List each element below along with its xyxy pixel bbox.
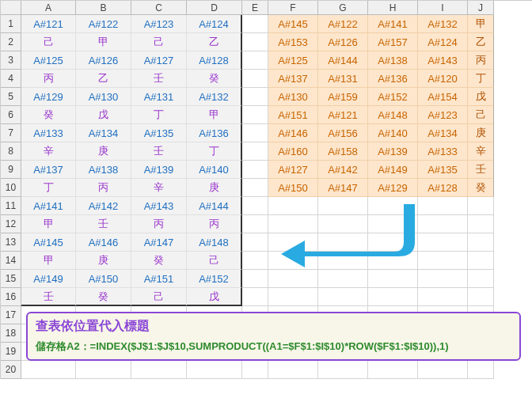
cell-J14[interactable] — [468, 252, 494, 270]
cell-C2[interactable]: 己 — [131, 33, 187, 51]
cell-I12[interactable] — [418, 215, 468, 233]
cell-I9[interactable]: A#135 — [418, 161, 468, 179]
cell-A13[interactable]: A#145 — [21, 233, 76, 252]
col-header-E[interactable]: E — [242, 1, 268, 15]
cell-C6[interactable]: 丁 — [131, 106, 187, 124]
cell-C14[interactable]: 癸 — [131, 252, 187, 270]
cell-J6[interactable]: 己 — [468, 106, 494, 124]
cell-F9[interactable]: A#127 — [268, 161, 318, 179]
row-header-1[interactable]: 1 — [1, 15, 21, 33]
cell-H4[interactable]: A#136 — [368, 70, 418, 88]
cell-G13[interactable] — [318, 233, 368, 252]
corner-cell[interactable] — [1, 1, 21, 15]
cell-F12[interactable] — [268, 215, 318, 233]
cell-H12[interactable] — [368, 215, 418, 233]
cell-A15[interactable]: A#149 — [21, 270, 76, 288]
cell-G5[interactable]: A#159 — [318, 88, 368, 106]
cell-E6[interactable] — [242, 106, 268, 124]
cell-C16[interactable]: 己 — [131, 288, 187, 306]
cell-C4[interactable]: 壬 — [131, 70, 187, 88]
row-header-4[interactable]: 4 — [1, 70, 21, 88]
cell-D2[interactable]: 乙 — [187, 33, 242, 51]
cell-H3[interactable]: A#138 — [368, 51, 418, 70]
cell-G14[interactable] — [318, 252, 368, 270]
cell-I1[interactable]: A#132 — [418, 15, 468, 33]
row-header-14[interactable]: 14 — [1, 252, 21, 270]
cell-B8[interactable]: 庚 — [76, 142, 131, 161]
cell-A8[interactable]: 辛 — [21, 142, 76, 161]
cell-J16[interactable] — [468, 288, 494, 306]
cell-C9[interactable]: A#139 — [131, 161, 187, 179]
cell-D14[interactable]: 己 — [187, 252, 242, 270]
cell-F8[interactable]: A#160 — [268, 142, 318, 161]
cell-C13[interactable]: A#147 — [131, 233, 187, 252]
row-header-7[interactable]: 7 — [1, 124, 21, 142]
cell-A4[interactable]: 丙 — [21, 70, 76, 88]
cell-I2[interactable]: A#124 — [418, 33, 468, 51]
row-header-15[interactable]: 15 — [1, 270, 21, 288]
cell-B4[interactable]: 乙 — [76, 70, 131, 88]
cell-J20[interactable] — [468, 361, 494, 379]
cell-B11[interactable]: A#142 — [76, 197, 131, 215]
col-header-H[interactable]: H — [368, 1, 418, 15]
cell-C15[interactable]: A#151 — [131, 270, 187, 288]
cell-B14[interactable]: 庚 — [76, 252, 131, 270]
cell-E1[interactable] — [242, 15, 268, 33]
cell-D16[interactable]: 戊 — [187, 288, 242, 306]
cell-A11[interactable]: A#141 — [21, 197, 76, 215]
cell-D15[interactable]: A#152 — [187, 270, 242, 288]
row-header-12[interactable]: 12 — [1, 215, 21, 233]
cell-J15[interactable] — [468, 270, 494, 288]
cell-H13[interactable] — [368, 233, 418, 252]
cell-F13[interactable] — [268, 233, 318, 252]
cell-E8[interactable] — [242, 142, 268, 161]
cell-D1[interactable]: A#124 — [187, 15, 242, 33]
cell-D7[interactable]: A#136 — [187, 124, 242, 142]
cell-G16[interactable] — [318, 288, 368, 306]
cell-J8[interactable]: 辛 — [468, 142, 494, 161]
cell-H8[interactable]: A#139 — [368, 142, 418, 161]
cell-A16[interactable]: 壬 — [21, 288, 76, 306]
row-header-8[interactable]: 8 — [1, 142, 21, 161]
cell-H14[interactable] — [368, 252, 418, 270]
cell-J13[interactable] — [468, 233, 494, 252]
col-header-B[interactable]: B — [76, 1, 131, 15]
cell-G11[interactable] — [318, 197, 368, 215]
cell-C1[interactable]: A#123 — [131, 15, 187, 33]
cell-I5[interactable]: A#154 — [418, 88, 468, 106]
cell-H1[interactable]: A#141 — [368, 15, 418, 33]
row-header-9[interactable]: 9 — [1, 161, 21, 179]
cell-G2[interactable]: A#126 — [318, 33, 368, 51]
cell-B3[interactable]: A#126 — [76, 51, 131, 70]
cell-F14[interactable] — [268, 252, 318, 270]
cell-B1[interactable]: A#122 — [76, 15, 131, 33]
cell-D9[interactable]: A#140 — [187, 161, 242, 179]
cell-F5[interactable]: A#130 — [268, 88, 318, 106]
cell-G20[interactable] — [318, 361, 368, 379]
cell-B15[interactable]: A#150 — [76, 270, 131, 288]
cell-G1[interactable]: A#122 — [318, 15, 368, 33]
col-header-A[interactable]: A — [21, 1, 76, 15]
cell-A1[interactable]: A#121 — [21, 15, 76, 33]
cell-E20[interactable] — [242, 361, 268, 379]
col-header-F[interactable]: F — [268, 1, 318, 15]
cell-F1[interactable]: A#145 — [268, 15, 318, 33]
cell-J11[interactable] — [468, 197, 494, 215]
cell-E14[interactable] — [242, 252, 268, 270]
row-header-13[interactable]: 13 — [1, 233, 21, 252]
cell-C10[interactable]: 辛 — [131, 179, 187, 197]
row-header-18[interactable]: 18 — [1, 324, 21, 343]
cell-G6[interactable]: A#121 — [318, 106, 368, 124]
cell-H20[interactable] — [368, 361, 418, 379]
cell-H5[interactable]: A#152 — [368, 88, 418, 106]
cell-D20[interactable] — [187, 361, 242, 379]
cell-F16[interactable] — [268, 288, 318, 306]
row-header-2[interactable]: 2 — [1, 33, 21, 51]
cell-F15[interactable] — [268, 270, 318, 288]
cell-D12[interactable]: 丙 — [187, 215, 242, 233]
cell-D13[interactable]: A#148 — [187, 233, 242, 252]
row-header-5[interactable]: 5 — [1, 88, 21, 106]
col-header-J[interactable]: J — [468, 1, 494, 15]
cell-D4[interactable]: 癸 — [187, 70, 242, 88]
cell-A20[interactable] — [21, 361, 76, 379]
